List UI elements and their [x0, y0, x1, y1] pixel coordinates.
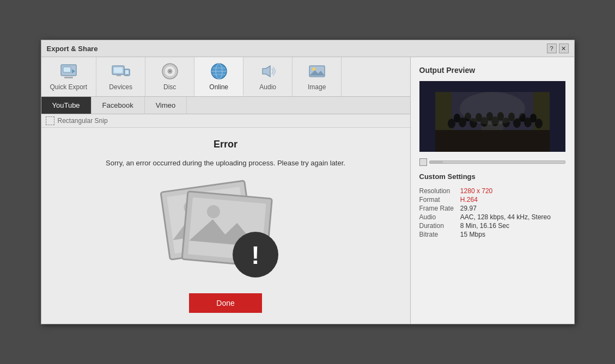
sub-tabs-bar: YouTube Facebook Vimeo [41, 97, 410, 114]
audio-label: Audio [259, 83, 276, 91]
svg-point-53 [530, 114, 537, 122]
svg-point-46 [454, 114, 460, 122]
slider-fill [430, 161, 443, 163]
svg-point-54 [460, 92, 525, 125]
tab-image[interactable]: Image [293, 57, 342, 96]
subtab-youtube[interactable]: YouTube [41, 97, 92, 114]
format-label: Format [419, 196, 454, 203]
title-bar-buttons: ? ✕ [547, 44, 569, 53]
svg-text:!: ! [251, 241, 259, 269]
snip-bar: Rectangular Snip [41, 114, 410, 128]
disc-icon [160, 61, 180, 81]
audio-value: AAC, 128 kbps, 44 kHz, Stereo [460, 213, 565, 221]
svg-point-12 [169, 70, 171, 72]
svg-rect-4 [114, 67, 123, 73]
dialog-body: Quick Export Devices [41, 57, 574, 324]
top-tabs-bar: Quick Export Devices [41, 57, 410, 97]
preview-concert-svg [419, 81, 565, 152]
bitrate-label: Bitrate [419, 231, 454, 238]
tab-disc[interactable]: Disc [145, 57, 194, 96]
bitrate-value: 15 Mbps [460, 231, 565, 238]
right-panel: Output Preview [411, 57, 574, 324]
svg-rect-33 [435, 130, 550, 152]
done-button[interactable]: Done [189, 293, 261, 313]
slider-track[interactable] [429, 161, 565, 164]
close-button[interactable]: ✕ [559, 44, 569, 53]
tab-devices[interactable]: Devices [96, 57, 145, 96]
svg-marker-18 [263, 66, 270, 77]
tab-quick-export[interactable]: Quick Export [41, 57, 97, 96]
disc-label: Disc [163, 83, 176, 91]
custom-settings-title: Custom Settings [419, 172, 565, 181]
error-message: Sorry, an error occurred during the uplo… [106, 159, 345, 167]
framerate-value: 29.97 [460, 205, 565, 212]
audio-icon [258, 61, 278, 81]
tab-online[interactable]: Online [194, 57, 243, 96]
quick-export-label: Quick Export [50, 83, 88, 91]
help-button[interactable]: ? [547, 44, 557, 53]
dialog-title: Export & Share [47, 45, 98, 53]
duration-label: Duration [419, 222, 454, 230]
error-title: Error [214, 139, 238, 150]
image-icon [307, 61, 327, 81]
devices-label: Devices [109, 83, 132, 91]
svg-rect-7 [125, 70, 129, 74]
devices-icon [111, 61, 131, 81]
export-share-dialog: Export & Share ? ✕ [41, 40, 575, 324]
image-label: Image [308, 83, 326, 91]
quick-export-icon [59, 61, 78, 81]
svg-rect-5 [117, 75, 121, 76]
settings-table: Resolution 1280 x 720 Format H.264 Frame… [419, 187, 565, 238]
left-panel: Quick Export Devices [41, 57, 411, 324]
content-area: Error Sorry, an error occurred during th… [41, 128, 410, 324]
resolution-label: Resolution [419, 187, 454, 195]
tab-audio[interactable]: Audio [243, 57, 293, 96]
error-illustration: ! [155, 176, 296, 285]
output-preview-title: Output Preview [419, 66, 565, 75]
audio-label: Audio [419, 213, 454, 221]
preview-image [419, 81, 565, 152]
slider-start-icon [419, 158, 427, 166]
error-svg: ! [155, 176, 296, 285]
svg-point-8 [126, 75, 127, 76]
online-label: Online [209, 83, 228, 91]
svg-rect-2 [64, 77, 73, 78]
duration-value: 8 Min, 16.16 Sec [460, 222, 565, 230]
preview-slider [419, 158, 565, 166]
resolution-value: 1280 x 720 [460, 187, 565, 195]
framerate-label: Frame Rate [419, 205, 454, 212]
snip-label: Rectangular Snip [58, 117, 108, 125]
subtab-facebook[interactable]: Facebook [92, 97, 145, 114]
format-value: H.264 [460, 196, 565, 203]
subtab-vimeo[interactable]: Vimeo [145, 97, 187, 114]
snip-icon [46, 116, 54, 125]
online-icon [209, 61, 229, 81]
title-bar: Export & Share ? ✕ [41, 40, 574, 57]
svg-rect-1 [63, 67, 71, 72]
